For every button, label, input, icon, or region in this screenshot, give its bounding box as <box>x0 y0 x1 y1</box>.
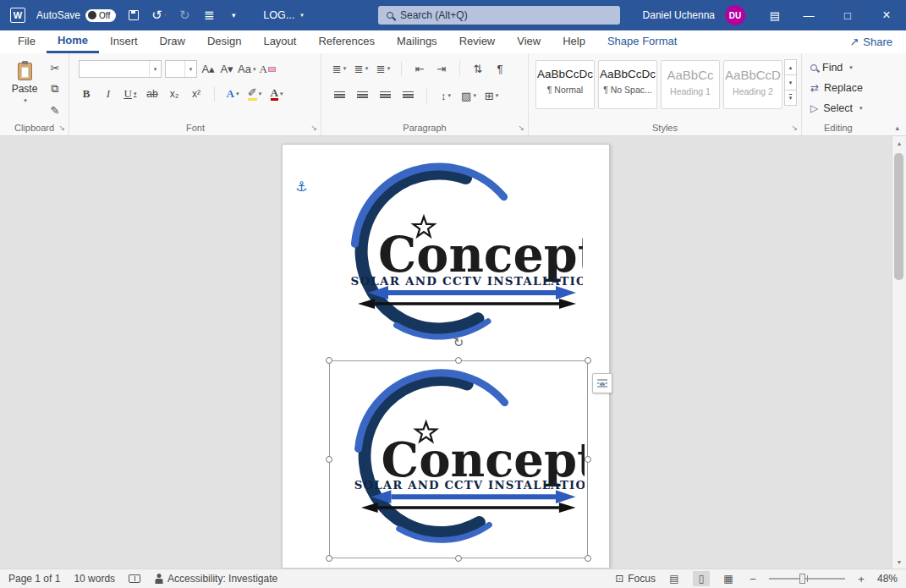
sort-button[interactable]: ⇅ <box>470 60 486 77</box>
borders-button[interactable]: ⊞▾ <box>484 87 499 104</box>
search-box[interactable] <box>378 6 620 25</box>
font-size-input[interactable] <box>166 64 184 74</box>
styles-scroll-up-button[interactable]: ▴ <box>784 59 797 75</box>
zoom-in-button[interactable]: + <box>855 573 867 585</box>
subscript-button[interactable]: x₂ <box>167 85 182 102</box>
justify-button[interactable] <box>400 87 415 104</box>
resize-handle-s[interactable] <box>455 555 462 562</box>
resize-handle-w[interactable] <box>326 456 332 463</box>
accessibility-status[interactable]: Accessibility: Investigate <box>154 573 277 585</box>
align-center-button[interactable] <box>354 87 370 104</box>
resize-handle-e[interactable] <box>585 456 591 463</box>
line-spacing-button[interactable]: ↕▾ <box>438 87 453 104</box>
clipboard-dialog-launcher[interactable]: ↘ <box>58 124 65 132</box>
tab-insert[interactable]: Insert <box>99 30 149 53</box>
customize-quick-access-button[interactable]: ≣ <box>202 6 216 25</box>
find-button[interactable]: Find ▾ <box>810 62 853 74</box>
close-button[interactable]: × <box>867 0 906 30</box>
more-commands-button[interactable]: ▾ <box>227 6 240 25</box>
document-title[interactable]: LOG... ▾ <box>263 9 303 21</box>
page-count[interactable]: Page 1 of 1 <box>8 573 60 585</box>
proofing-status[interactable] <box>129 574 140 583</box>
paragraph-dialog-launcher[interactable]: ↘ <box>518 124 524 132</box>
multilevel-list-button[interactable]: ≣▾ <box>376 60 391 77</box>
scroll-down-button[interactable]: ▾ <box>892 555 906 569</box>
style-heading2[interactable]: AaBbCcD Heading 2 <box>723 60 782 109</box>
align-right-button[interactable] <box>377 87 393 104</box>
font-name-combo[interactable]: ▾ <box>79 60 162 78</box>
clear-formatting-button[interactable]: A <box>259 61 275 78</box>
replace-button[interactable]: ⇄ Replace <box>810 82 863 94</box>
resize-handle-ne[interactable] <box>585 357 591 364</box>
increase-indent-button[interactable]: ⇥ <box>434 60 449 77</box>
tab-references[interactable]: References <box>307 30 385 53</box>
zoom-slider[interactable] <box>769 578 845 580</box>
autosave-toggle[interactable]: Off <box>85 9 116 22</box>
maximize-button[interactable]: □ <box>828 0 867 30</box>
document-page[interactable]: ⚓ Concept SOLAR AND CCTV INSTALLATION <box>282 144 610 569</box>
read-mode-button[interactable]: ▤ <box>666 571 683 586</box>
tab-view[interactable]: View <box>506 30 552 53</box>
resize-handle-nw[interactable] <box>326 357 332 364</box>
underline-button[interactable]: U▾ <box>123 85 138 102</box>
share-button[interactable]: ↗ Share <box>849 36 892 48</box>
font-color-button[interactable]: A▾ <box>269 85 284 102</box>
format-painter-button[interactable]: ✎ <box>47 102 63 118</box>
paste-button[interactable]: Paste ▾ <box>5 58 44 123</box>
tab-design[interactable]: Design <box>196 30 252 53</box>
vertical-scrollbar[interactable]: ▴ ▾ <box>892 136 906 569</box>
bullets-button[interactable]: ≣▾ <box>332 60 347 77</box>
select-button[interactable]: ▷ Select ▾ <box>810 102 863 114</box>
style-no-spacing[interactable]: AaBbCcDc ¶ No Spac... <box>598 60 657 109</box>
tab-mailings[interactable]: Mailings <box>386 30 448 53</box>
scroll-up-button[interactable]: ▴ <box>892 136 906 150</box>
tab-review[interactable]: Review <box>448 30 507 53</box>
styles-more-button[interactable]: ▾ <box>784 90 797 106</box>
word-count[interactable]: 10 words <box>74 573 115 585</box>
font-dialog-launcher[interactable]: ↘ <box>310 124 317 132</box>
rotate-handle[interactable]: ↻ <box>453 336 464 349</box>
save-button[interactable] <box>127 6 140 25</box>
undo-button[interactable]: ↺▾ <box>151 6 167 25</box>
zoom-slider-thumb[interactable] <box>799 574 805 584</box>
change-case-button[interactable]: Aa▾ <box>238 61 255 78</box>
font-name-input[interactable] <box>80 64 149 74</box>
zoom-out-button[interactable]: − <box>747 573 759 585</box>
shading-button[interactable]: ▨▾ <box>461 87 476 104</box>
logo-shape-top[interactable]: Concept SOLAR AND CCTV INSTALLATION <box>329 157 583 353</box>
focus-button[interactable]: ⊡ Focus <box>615 573 656 585</box>
highlight-button[interactable]: ✐▾ <box>247 85 262 102</box>
ribbon-display-options-button[interactable]: ▤ <box>760 0 789 30</box>
shrink-font-button[interactable]: A▾ <box>219 61 234 78</box>
align-left-button[interactable] <box>332 87 347 104</box>
styles-dialog-launcher[interactable]: ↘ <box>791 124 798 132</box>
tab-file[interactable]: File <box>7 30 47 53</box>
user-name[interactable]: Daniel Uchenna <box>643 9 715 21</box>
layout-options-button[interactable] <box>592 373 612 393</box>
redo-button[interactable]: ↻ <box>178 6 191 25</box>
tab-layout[interactable]: Layout <box>252 30 307 53</box>
font-name-dropdown-icon[interactable]: ▾ <box>149 61 161 77</box>
styles-scroll-down-button[interactable]: ▾ <box>784 74 797 91</box>
tab-help[interactable]: Help <box>552 30 596 53</box>
decrease-indent-button[interactable]: ⇤ <box>412 60 427 77</box>
resize-handle-sw[interactable] <box>326 555 332 562</box>
font-size-combo[interactable]: ▾ <box>165 60 197 78</box>
show-formatting-marks-button[interactable]: ¶ <box>492 60 508 77</box>
web-layout-button[interactable]: ▦ <box>720 571 737 586</box>
numbering-button[interactable]: ≣▾ <box>354 60 369 77</box>
grow-font-button[interactable]: A▴ <box>200 61 216 78</box>
font-size-dropdown-icon[interactable]: ▾ <box>184 61 196 77</box>
resize-handle-n[interactable] <box>455 357 462 364</box>
tab-shape-format[interactable]: Shape Format <box>596 30 688 53</box>
copy-button[interactable]: ⧉ <box>47 80 63 97</box>
style-heading1[interactable]: AaBbCc Heading 1 <box>661 60 720 109</box>
search-input[interactable] <box>400 9 612 21</box>
strikethrough-button[interactable]: ab <box>145 85 160 102</box>
superscript-button[interactable]: x² <box>189 85 204 102</box>
text-effects-button[interactable]: A▾ <box>225 85 240 102</box>
collapse-ribbon-button[interactable]: ▴ <box>895 124 899 132</box>
print-layout-button[interactable]: ▯ <box>693 571 710 586</box>
resize-handle-se[interactable] <box>585 555 591 562</box>
tab-draw[interactable]: Draw <box>149 30 196 53</box>
